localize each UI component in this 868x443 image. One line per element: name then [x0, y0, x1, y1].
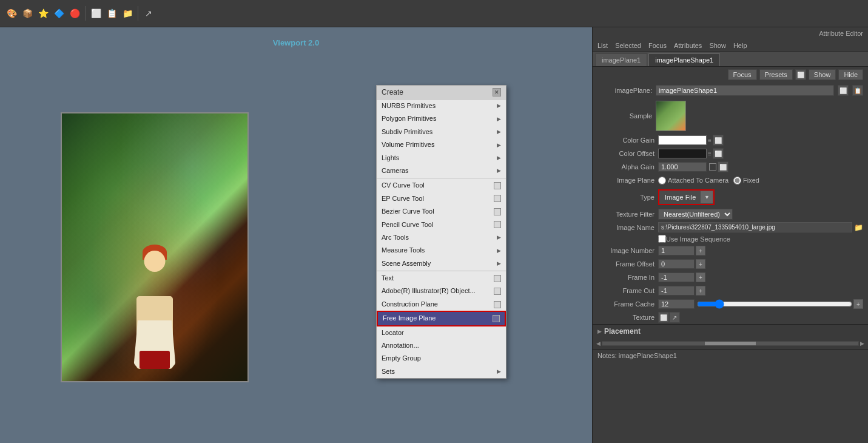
- use-image-sequence-checkbox[interactable]: [658, 235, 666, 243]
- image-name-input[interactable]: [658, 222, 852, 232]
- texture-row: Texture ⬜ ↗: [593, 311, 868, 324]
- menu-item-ep-curve-tool[interactable]: EP Curve Tool: [377, 192, 506, 205]
- menu-item-arc-tools[interactable]: Arc Tools ▶: [377, 231, 506, 244]
- menu-item-adobe-illustrator[interactable]: Adobe(R) Illustrator(R) Object...: [377, 285, 506, 297]
- alpha-gain-checkbox[interactable]: [709, 163, 716, 171]
- menu-item-nurbs-primitives[interactable]: NURBS Primitives ▶: [377, 100, 506, 112]
- menu-item-sets[interactable]: Sets ▶: [377, 365, 506, 378]
- frame-cache-slider[interactable]: [697, 300, 852, 308]
- image-number-btn[interactable]: +: [696, 246, 705, 255]
- radio-attached-to-camera[interactable]: Attached To Camera: [658, 177, 728, 184]
- toolbar-icon-6[interactable]: ⬜: [89, 7, 103, 20]
- type-select-container: Image File ▼: [658, 189, 715, 205]
- attr-menu-list[interactable]: List: [597, 42, 608, 49]
- attr-menu-help[interactable]: Help: [733, 42, 747, 49]
- scroll-thumb: [705, 342, 756, 345]
- alpha-gain-icon-btn[interactable]: ⬜: [718, 161, 728, 172]
- folder-icon[interactable]: 📁: [854, 223, 863, 232]
- right-panel: Attribute Editor List Selected Focus Att…: [592, 27, 868, 443]
- menu-item-empty-group[interactable]: Empty Group: [377, 352, 506, 365]
- attr-editor-topbar: Attribute Editor: [593, 27, 868, 39]
- menu-item-annotation[interactable]: Annotation...: [377, 339, 506, 352]
- menu-item-subdiv-primitives[interactable]: Subdiv Primitives ▶: [377, 126, 506, 138]
- menu-item-scene-assembly[interactable]: Scene Assembly ▶: [377, 257, 506, 270]
- frame-cache-btn[interactable]: +: [853, 299, 863, 309]
- texture-filter-label: Texture Filter: [597, 211, 658, 218]
- toolbar-icon-9[interactable]: ↗: [142, 7, 155, 20]
- attr-menu-selected[interactable]: Selected: [615, 42, 641, 49]
- toolbar-icon-1[interactable]: 🎨: [5, 7, 18, 20]
- radio-fixed[interactable]: Fixed: [733, 177, 759, 184]
- toolbar-icon-4[interactable]: 🔷: [52, 7, 66, 20]
- scroll-left[interactable]: ◀: [595, 339, 602, 348]
- alpha-gain-input[interactable]: [658, 162, 707, 172]
- image-plane-input[interactable]: [656, 85, 834, 96]
- hide-button[interactable]: Hide: [838, 69, 863, 80]
- notes-text: Notes: imagePlaneShape1: [597, 352, 677, 359]
- scrollbar-row: ◀ ▶: [593, 338, 868, 349]
- color-gain-swatch[interactable]: [658, 135, 707, 145]
- alpha-gain-label: Alpha Gain: [597, 163, 658, 171]
- frame-offset-input[interactable]: [658, 259, 695, 269]
- frame-cache-input[interactable]: [658, 299, 695, 309]
- toolbar-icon-5[interactable]: 🔴: [68, 7, 81, 20]
- menu-item-cv-curve-tool[interactable]: CV Curve Tool: [377, 179, 506, 192]
- menu-item-bezier-curve-tool[interactable]: Bezier Curve Tool: [377, 205, 506, 218]
- menu-item-volume-primitives[interactable]: Volume Primitives ▶: [377, 138, 506, 151]
- image-plane-icon-btn2[interactable]: 📋: [852, 85, 863, 96]
- attr-action-buttons: Focus Presets ⬜ Show Hide: [593, 67, 868, 83]
- attr-menu-focus[interactable]: Focus: [648, 42, 667, 49]
- attr-menu-show[interactable]: Show: [709, 42, 726, 49]
- color-offset-label: Color Offset: [597, 150, 658, 157]
- frame-cache-row: Frame Cache +: [593, 297, 868, 311]
- texture-btn1[interactable]: ⬜: [658, 312, 669, 323]
- toolbar-icon-3[interactable]: ⭐: [36, 7, 50, 20]
- sample-row: Sample: [593, 98, 868, 134]
- scroll-track[interactable]: [602, 341, 859, 346]
- menu-item-measure-tools[interactable]: Measure Tools ▶: [377, 244, 506, 257]
- color-offset-btn[interactable]: ⬜: [713, 148, 724, 159]
- texture-btn2[interactable]: ↗: [669, 312, 680, 323]
- tab-image-plane1[interactable]: imagePlane1: [595, 53, 647, 66]
- frame-out-btn[interactable]: +: [696, 286, 705, 296]
- frame-out-input[interactable]: [658, 286, 695, 296]
- placement-arrow[interactable]: ▶: [597, 328, 602, 334]
- show-button[interactable]: Show: [809, 69, 836, 80]
- frame-out-label: Frame Out: [597, 287, 658, 294]
- attr-menu-attributes[interactable]: Attributes: [674, 42, 702, 49]
- copy-icon-button[interactable]: ⬜: [795, 69, 806, 80]
- texture-filter-select[interactable]: Nearest(Unfiltered): [658, 209, 733, 220]
- menu-item-cameras[interactable]: Cameras ▶: [377, 164, 506, 177]
- arrow-polygon: ▶: [497, 115, 501, 123]
- image-number-row: Image Number +: [593, 244, 868, 257]
- menu-item-polygon-primitives[interactable]: Polygon Primitives ▶: [377, 112, 506, 125]
- frame-in-input[interactable]: [658, 272, 695, 282]
- menu-item-construction-plane[interactable]: Construction Plane: [377, 298, 506, 311]
- type-dropdown-arrow[interactable]: ▼: [701, 191, 713, 203]
- arrow-lights: ▶: [497, 154, 501, 162]
- menu-item-lights[interactable]: Lights ▶: [377, 152, 506, 164]
- viewport-area: Viewport 2.0 Create ✕ NURBS Primitives: [0, 27, 592, 443]
- presets-button[interactable]: Presets: [759, 69, 793, 80]
- toolbar-icon-8[interactable]: 📁: [121, 7, 134, 20]
- checkbox-bezier: [494, 208, 501, 215]
- menu-item-pencil-curve-tool[interactable]: Pencil Curve Tool: [377, 218, 506, 231]
- menu-item-locator[interactable]: Locator: [377, 326, 506, 339]
- image-plane-icon-btn[interactable]: ⬜: [838, 85, 849, 96]
- scroll-right[interactable]: ▶: [859, 339, 866, 348]
- color-gain-btn[interactable]: ⬜: [713, 135, 724, 146]
- create-menu-close[interactable]: ✕: [493, 88, 501, 96]
- menu-item-text[interactable]: Text: [377, 272, 506, 285]
- toolbar-icon-7[interactable]: 📋: [105, 7, 118, 20]
- frame-in-btn[interactable]: +: [696, 272, 705, 282]
- image-number-input[interactable]: [658, 246, 695, 255]
- toolbar-icon-2[interactable]: 📦: [21, 7, 34, 20]
- focus-button[interactable]: Focus: [728, 69, 757, 80]
- checkbox-cv-curve: [494, 182, 501, 189]
- tab-image-plane-shape1[interactable]: imagePlaneShape1: [648, 53, 720, 66]
- image-name-label: Image Name: [597, 224, 658, 231]
- menu-item-free-image-plane[interactable]: Free Image Plane: [377, 311, 506, 326]
- create-menu-header: Create ✕: [377, 86, 506, 100]
- frame-offset-btn[interactable]: +: [696, 259, 705, 269]
- color-offset-swatch[interactable]: [658, 149, 707, 158]
